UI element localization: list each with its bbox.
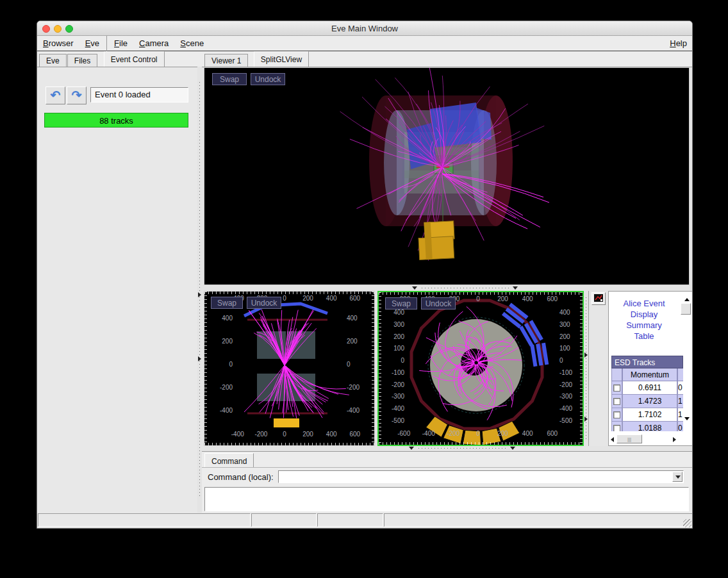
vscroll-thumb[interactable] [681,303,691,315]
axis-tick-label: 0 [347,361,351,368]
table-row[interactable]: 1.01880 [611,422,683,431]
table-row[interactable]: 1.47231 [611,395,683,408]
command-output[interactable] [204,487,689,511]
esd-table-header-row: Momentum [611,368,683,381]
event-status-field[interactable]: Event 0 loaded [90,87,188,103]
axis-tick-label: 200 [347,338,358,345]
undock-button[interactable]: Undock [247,297,281,309]
bottom-splitter[interactable] [204,446,690,451]
viewer-rphi[interactable]: Swap Undock -600-600-400-400-200-2000020… [377,291,584,446]
menu-camera[interactable]: Camera [133,36,174,51]
next-event-button[interactable]: ↷ [67,87,87,104]
previous-event-button[interactable]: ↶ [46,87,65,104]
tab-eve[interactable]: Eve [39,54,67,67]
status-segment-2 [251,513,317,527]
axis-tick-label: 400 [559,309,570,316]
desktop: Eve Main Window BrowserEveFileCameraScen… [0,0,728,578]
menu-help[interactable]: Help [670,38,687,48]
axis-tick-label: 0 [476,430,480,437]
eve-main-window: Eve Main Window BrowserEveFileCameraScen… [37,21,693,529]
right-splitter[interactable] [584,291,588,446]
resize-grip[interactable] [683,519,691,527]
viewer-rhoz[interactable]: Swap Undock -400-400-200-200002002004004… [204,291,375,446]
axis-tick-label: 400 [522,295,533,302]
clipped-cell: 1 [677,408,683,422]
detector-rphi-render [379,292,583,445]
axis-tick-label: 400 [393,309,404,316]
row-checkbox[interactable] [613,384,620,392]
tracks-count-badge: 88 tracks [44,113,188,128]
tab-files[interactable]: Files [67,54,97,67]
canvas-icon[interactable] [592,292,606,305]
table-row[interactable]: 1.71021 [611,408,683,422]
menu-scene[interactable]: Scene [174,36,210,51]
summary-title-line: Display [609,309,679,320]
momentum-cell: 1.0188 [622,422,677,431]
clipped-cell: 1 [677,395,683,408]
undock-button[interactable]: Undock [421,297,456,310]
axis-tick-label: -200 [347,384,360,391]
axis-tick-label: 600 [349,295,360,302]
swap-button[interactable]: Swap [212,73,247,85]
row-checkbox[interactable] [613,411,620,418]
menu-browser[interactable]: Browser [37,36,79,51]
left-splitter[interactable] [197,67,202,513]
viewer-3d[interactable]: Swap Undock [204,67,690,285]
axis-tick-label: -300 [559,393,572,400]
esd-table-rows: 0.691101.472311.710211.01880 [611,381,683,431]
row-checkbox[interactable] [613,398,620,405]
titlebar[interactable]: Eve Main Window [37,21,692,36]
main-splitter[interactable] [204,286,690,291]
command-dropdown-button[interactable] [672,472,682,482]
clipped-column-header [677,368,683,381]
axis-tick-label: 600 [547,295,558,302]
esd-tracks-table: ESD Tracks Momentum 0.691101.472311.7102… [611,356,683,431]
swap-button[interactable]: Swap [211,297,243,309]
axis-tick-label: -400 [231,431,244,438]
axis-tick-label: -400 [559,405,572,412]
axis-tick-label: 400 [522,430,533,437]
swap-button[interactable]: Swap [385,297,417,310]
row-checkbox[interactable] [613,425,620,432]
undock-button[interactable]: Undock [251,73,285,85]
table-hscrollbar[interactable]: ||| [610,434,679,444]
tab-event-control[interactable]: Event Control [104,51,165,67]
axis-tick-label: 200 [302,431,313,438]
tab-splitglview[interactable]: SplitGLView [254,51,309,67]
summary-panel: Alice EventDisplaySummaryTable ESD Track… [608,291,693,446]
summary-strip [588,291,608,446]
axis-tick-label: 400 [326,295,337,302]
axis-tick-label: 600 [547,430,558,437]
select-column-header [611,368,622,381]
menu-file[interactable]: File [108,36,133,51]
axis-tick-label: 200 [222,338,233,345]
axis-tick-label: -400 [392,405,404,412]
hscroll-thumb[interactable]: ||| [616,434,642,443]
axis-tick-label: 0 [283,431,286,438]
command-input[interactable] [278,470,684,483]
table-row[interactable]: 0.69110 [611,381,683,395]
command-panel: Command Command (local): [202,451,693,513]
tab-viewer-1[interactable]: Viewer 1 [204,54,248,67]
tab-command[interactable]: Command [204,453,254,467]
axis-tick-label: 0 [229,361,233,368]
axis-tick-label: 0 [559,357,563,364]
clipped-cell: 0 [677,381,683,395]
axis-tick-label: 100 [393,345,404,352]
summary-title: Alice EventDisplaySummaryTable [609,298,679,342]
axis-tick-label: -600 [397,430,410,437]
axis-tick-label: -500 [392,417,404,424]
axis-tick-label: 300 [559,321,570,328]
menu-items: BrowserEveFileCameraScene [37,37,210,48]
momentum-cell: 0.6911 [622,381,677,395]
axis-tick-label: 200 [302,295,313,302]
axis-tick-label: 300 [393,321,404,328]
axis-tick-label: -300 [392,393,404,400]
menu-eve[interactable]: Eve [79,36,105,51]
axis-tick-label: -400 [422,430,435,437]
menubar: BrowserEveFileCameraScene Help [37,36,692,51]
momentum-column-header: Momentum [622,368,677,381]
summary-title-line: Table [609,331,679,342]
window-title: Eve Main Window [37,24,692,33]
axis-tick-label: 100 [559,345,570,352]
